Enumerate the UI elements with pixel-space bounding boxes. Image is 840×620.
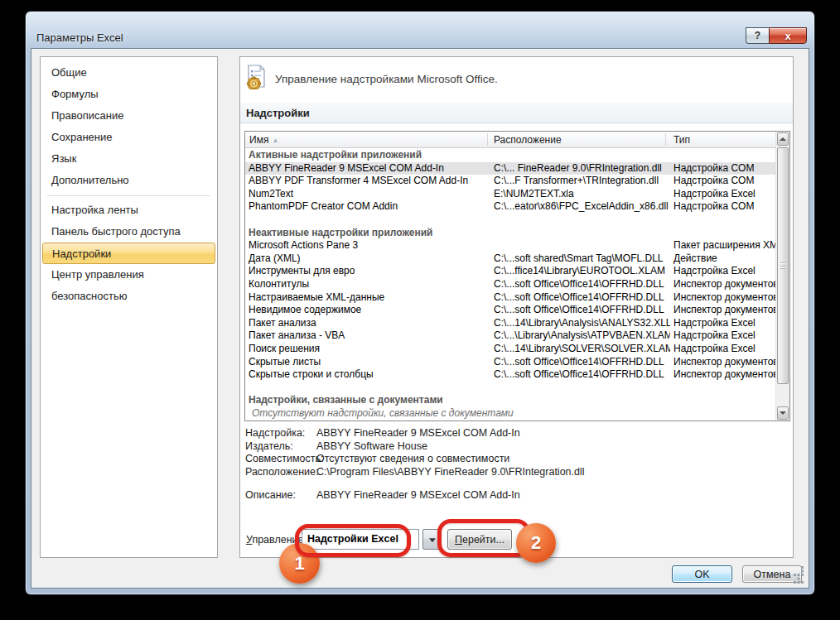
sidebar-divider: [47, 195, 210, 196]
vertical-scrollbar[interactable]: [775, 132, 789, 421]
sidebar-item-proofing[interactable]: Правописание: [41, 105, 217, 127]
detail-value: Отсутствуют сведения о совместимости: [316, 453, 509, 466]
addin-row[interactable]: Невидимое содержимоеC:\...soft Office\Of…: [245, 304, 775, 317]
addin-location: C:\...soft Office\Office14\OFFRHD.DLL: [490, 278, 670, 291]
addin-type: Действие: [670, 252, 775, 266]
addin-type: Инспектор документов: [670, 356, 775, 369]
addin-location: C:\... FineReader 9.0\FRIntegration.dll: [490, 162, 670, 175]
addin-location: C:\...soft Office\Office14\OFFRHD.DLL: [490, 291, 670, 305]
sort-asc-icon: ▲: [272, 137, 278, 144]
addin-type: Надстройка Excel: [670, 317, 775, 330]
scrollbar-thumb[interactable]: [777, 147, 789, 384]
detail-row: Издатель:ABBYY Software House: [245, 440, 784, 454]
addin-name: Неактивные надстройки приложений: [245, 227, 775, 240]
addin-location: C:\...F Transformer+\TRIntegration.dll: [490, 175, 670, 188]
addin-row[interactable]: Num2TextE:\NUM2TEXT.xlaНадстройка Excel: [245, 188, 775, 201]
addin-type: Инспектор документов: [670, 291, 775, 305]
addin-type: Надстройка COM: [670, 162, 775, 175]
addin-row[interactable]: Дата (XML)C:\...soft shared\Smart Tag\MO…: [245, 252, 775, 266]
addins-panel: Управление надстройками Microsoft Office…: [239, 56, 794, 558]
detail-label: Совместимость:: [245, 453, 316, 466]
addin-name: Пакет анализа - VBA: [245, 329, 490, 343]
scrollbar-grip: [780, 262, 785, 269]
detail-value: ABBYY FineReader 9 MSExcel COM Add-In: [316, 427, 520, 440]
sidebar-item-customize-ribbon[interactable]: Настройка ленты: [41, 199, 217, 221]
addin-row[interactable]: КолонтитулыC:\...soft Office\Office14\OF…: [245, 278, 775, 291]
addin-name: ABBYY PDF Transformer 4 MSExcel COM Add-…: [245, 175, 490, 188]
sidebar-item-language[interactable]: Язык: [41, 148, 217, 170]
close-icon: x: [784, 30, 790, 42]
scroll-down-arrow-icon[interactable]: [777, 406, 789, 420]
addin-name: Поиск решения: [245, 343, 490, 356]
addin-name: Невидимое содержимое: [245, 304, 490, 317]
detail-row: Описание:ABBYY FineReader 9 MSExcel COM …: [245, 489, 784, 502]
column-header-type[interactable]: Тип: [673, 132, 690, 148]
addin-row[interactable]: PhantomPDF Creator COM AddinC:\...eator\…: [245, 200, 775, 214]
annotation-highlight-combobox: [295, 524, 411, 557]
addin-type: Инспектор документов: [670, 304, 775, 317]
addin-type: Пакет расширения XML: [670, 239, 775, 252]
sidebar-item-general[interactable]: Общие: [41, 62, 217, 84]
addin-type: Надстройка COM: [670, 175, 775, 188]
close-button[interactable]: x: [769, 27, 807, 44]
addin-name: Дата (XML): [245, 252, 490, 266]
addin-type: Надстройка Excel: [670, 265, 775, 278]
panel-description: Управление надстройками Microsoft Office…: [275, 73, 498, 85]
detail-label: Издатель:: [245, 440, 316, 454]
addin-group-row: Активные надстройки приложений: [245, 149, 775, 162]
addin-location: C:\...soft shared\Smart Tag\MOFL.DLL: [490, 252, 670, 266]
addin-name: Настраиваемые XML-данные: [245, 291, 490, 305]
addin-group-row: Неактивные надстройки приложений: [245, 227, 775, 240]
detail-row: Надстройка:ABBYY FineReader 9 MSExcel CO…: [245, 427, 784, 440]
column-header-location[interactable]: Расположение: [494, 132, 562, 148]
caption-buttons: ? x: [746, 27, 807, 44]
sidebar-item-formulas[interactable]: Формулы: [41, 84, 217, 105]
addin-name: PhantomPDF Creator COM Addin: [245, 200, 490, 214]
addin-name: Отсутствуют надстройки, связанные с доку…: [245, 407, 775, 421]
scroll-up-arrow-icon[interactable]: [777, 132, 789, 146]
dialog-title: Параметры Excel: [36, 31, 123, 44]
addin-location: C:\...14\Library\SOLVER\SOLVER.XLAM: [490, 343, 670, 356]
addins-section-header: Надстройки: [240, 103, 793, 123]
addin-location: C:\...\Library\Analysis\ATPVBAEN.XLAM: [490, 329, 670, 343]
addin-row[interactable]: Поиск решенияC:\...14\Library\SOLVER\SOL…: [245, 343, 775, 356]
help-button[interactable]: ?: [746, 27, 769, 44]
addin-row[interactable]: Скрытые листыC:\...soft Office\Office14\…: [245, 356, 775, 369]
addin-type: Надстройка Excel: [670, 343, 775, 356]
addin-location: C:\...soft Office\Office14\OFFRHD.DLL: [490, 368, 670, 382]
addin-row[interactable]: ABBYY FineReader 9 MSExcel COM Add-InC:\…: [245, 162, 775, 175]
ok-button[interactable]: OK: [672, 565, 732, 583]
addin-row[interactable]: ABBYY PDF Transformer 4 MSExcel COM Add-…: [245, 175, 775, 188]
addin-row[interactable]: Инструменты для евроC:\...ffice14\Librar…: [245, 265, 775, 278]
sidebar-item-trust-center[interactable]: Центр управления безопасностью: [41, 264, 217, 286]
addin-type: Надстройка COM: [670, 200, 775, 214]
addins-table-body: Активные надстройки приложенийABBYY Fine…: [245, 149, 775, 421]
addin-location: C:\...soft Office\Office14\OFFRHD.DLL: [490, 304, 670, 317]
sidebar-item-quick-access-toolbar[interactable]: Панель быстрого доступа: [41, 221, 217, 243]
addin-row[interactable]: Пакет анализаC:\...14\Library\Analysis\A…: [245, 317, 775, 330]
addin-name: Скрытые строки и столбцы: [245, 368, 490, 382]
detail-label: Надстройка:: [245, 427, 316, 440]
resize-grip-icon[interactable]: [794, 574, 804, 584]
addin-row[interactable]: Microsoft Actions Pane 3Пакет расширения…: [245, 239, 775, 252]
sidebar-item-add-ins[interactable]: Надстройки: [42, 243, 215, 264]
addin-location: C:\...ffice14\Library\EUROTOOL.XLAM: [490, 265, 670, 278]
sidebar-nav: ОбщиеФормулыПравописаниеСохранениеЯзыкДо…: [40, 56, 218, 558]
addin-group-row: Надстройки, связанные с документами: [245, 394, 775, 407]
addin-type: Надстройка Excel: [670, 188, 775, 201]
addin-row[interactable]: Пакет анализа - VBAC:\...\Library\Analys…: [245, 329, 775, 343]
addin-row[interactable]: Скрытые строки и столбцыC:\...soft Offic…: [245, 368, 775, 382]
addin-name: Microsoft Actions Pane 3: [245, 239, 490, 252]
detail-value: ABBYY FineReader 9 MSExcel COM Add-In: [316, 489, 520, 502]
addin-details: Надстройка:ABBYY FineReader 9 MSExcel CO…: [245, 427, 784, 502]
detail-label: Расположение:: [245, 466, 316, 479]
detail-value: C:\Program Files\ABBYY FineReader 9.0\FR…: [316, 466, 585, 479]
addin-row[interactable]: Настраиваемые XML-данныеC:\...soft Offic…: [245, 291, 775, 305]
addin-name: Пакет анализа: [245, 317, 490, 330]
sidebar-item-save[interactable]: Сохранение: [41, 127, 217, 148]
addin-location: C:\...eator\x86\FPC_ExcelAddin_x86.dll: [490, 200, 670, 214]
column-header-name[interactable]: Имя▲: [249, 132, 278, 148]
dialog-client-area: ОбщиеФормулыПравописаниеСохранениеЯзыкДо…: [31, 48, 809, 589]
sidebar-item-advanced[interactable]: Дополнительно: [41, 170, 217, 191]
excel-options-dialog: Параметры Excel ? x ОбщиеФормулыПравопис…: [25, 11, 815, 595]
